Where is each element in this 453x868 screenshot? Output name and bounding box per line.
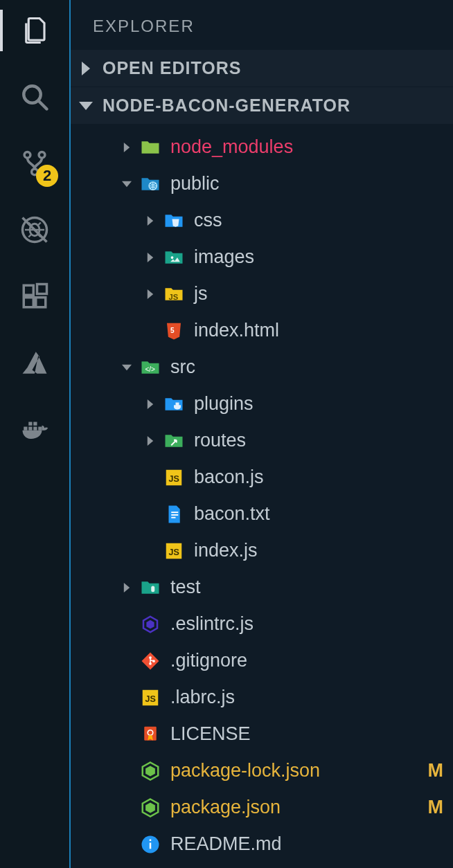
file-row[interactable]: .gitignore [71,642,453,679]
chevron-right-icon [145,216,155,226]
svg-rect-14 [24,298,33,307]
chevron-right-icon [122,143,132,152]
svg-text:JS: JS [169,292,179,300]
chevron-right-icon [145,253,155,262]
info-icon [140,834,161,855]
svg-point-24 [171,256,174,259]
folder-test-icon [140,577,161,598]
file-label: index.html [194,320,443,341]
js-icon: JS [140,687,161,708]
file-label: .gitignore [170,650,443,671]
svg-text:</>: </> [145,365,156,373]
svg-rect-22 [38,427,42,431]
explorer-tab[interactable] [18,14,51,47]
folder-row[interactable]: node_modules [71,129,453,165]
file-row[interactable]: package-lock.jsonM [71,752,453,789]
node-icon [140,761,161,781]
file-label: css [194,210,443,231]
git-icon [140,651,161,671]
folder-css-icon [163,210,184,231]
svg-rect-16 [37,284,47,294]
file-label: index.js [194,540,443,561]
azure-tab[interactable] [18,346,51,379]
folder-images-icon [163,247,184,268]
file-label: public [170,173,443,195]
svg-point-2 [24,152,30,158]
file-row[interactable]: JSindex.js [71,532,453,569]
svg-rect-32 [171,516,175,518]
svg-text:JS: JS [169,474,179,484]
folder-row[interactable]: routes [71,422,453,459]
file-label: package-lock.json [170,760,428,781]
svg-rect-35 [151,586,154,592]
file-label: bacon.txt [194,503,443,525]
svg-rect-44 [150,842,152,849]
file-row[interactable]: README.md [71,826,453,862]
file-label: package.json [170,797,428,818]
chevron-right-icon [145,289,155,299]
svg-rect-21 [33,422,37,426]
chevron-down-icon [122,363,132,372]
svg-rect-18 [28,427,32,431]
html-icon: 5 [163,320,184,341]
section-project[interactable]: NODE-BACON-GENERATOR [71,87,453,125]
svg-line-9 [38,223,41,226]
section-open-editors[interactable]: OPEN EDITORS [71,50,453,87]
svg-rect-15 [36,298,46,307]
folder-row[interactable]: plugins [71,386,453,422]
docker-tab[interactable] [18,413,51,446]
svg-line-1 [38,100,46,109]
svg-rect-31 [171,514,178,516]
svg-text:JS: JS [145,694,156,704]
license-icon [140,724,161,745]
file-row[interactable]: JS.labrc.js [71,679,453,716]
svg-point-3 [39,152,45,158]
svg-rect-30 [171,512,178,513]
chevron-down-icon [79,99,93,113]
search-tab[interactable] [18,80,51,114]
svg-rect-17 [24,427,27,431]
eslint-icon [140,614,161,635]
file-label: src [170,356,443,378]
svg-line-10 [28,235,31,237]
folder-row[interactable]: test [71,569,453,606]
git-status-badge: M [428,797,444,818]
extensions-tab[interactable] [18,280,51,313]
section-label: OPEN EDITORS [103,58,241,78]
chevron-right-icon [122,583,132,593]
folder-routes-icon [163,431,184,451]
debug-tab[interactable] [18,213,51,246]
file-label: plugins [194,393,443,415]
chevron-right-icon [145,399,155,409]
folder-src-icon: </> [140,357,161,378]
docker-icon [20,415,49,444]
file-row[interactable]: 5index.html [71,312,453,349]
file-label: node_modules [170,136,443,158]
explorer-sidebar: EXPLORER OPEN EDITORS NODE-BACON-GENERAT… [69,0,453,868]
search-icon [20,82,49,111]
txt-icon [163,504,184,525]
svg-rect-13 [24,285,33,295]
folder-row[interactable]: JSjs [71,275,453,312]
folder-public-icon [140,174,161,195]
js-icon: JS [163,541,184,561]
folder-js-icon: JS [163,284,184,305]
svg-rect-19 [33,427,37,431]
file-row[interactable]: .eslintrc.js [71,606,453,642]
section-label: NODE-BACON-GENERATOR [103,96,350,116]
file-row[interactable]: JSbacon.js [71,459,453,496]
folder-row[interactable]: </>src [71,349,453,386]
file-row[interactable]: LICENSE [71,716,453,752]
folder-row[interactable]: images [71,239,453,275]
chevron-right-icon [79,62,93,75]
file-tree: node_modulespubliccssimagesJSjs5index.ht… [71,125,453,862]
scm-tab[interactable]: 2 [18,147,51,180]
file-label: .labrc.js [170,687,443,708]
extensions-icon [20,282,49,311]
folder-row[interactable]: public [71,165,453,202]
file-row[interactable]: package.jsonM [71,789,453,826]
svg-text:JS: JS [169,548,179,557]
file-label: images [194,246,443,268]
folder-row[interactable]: css [71,202,453,239]
file-row[interactable]: bacon.txt [71,496,453,532]
